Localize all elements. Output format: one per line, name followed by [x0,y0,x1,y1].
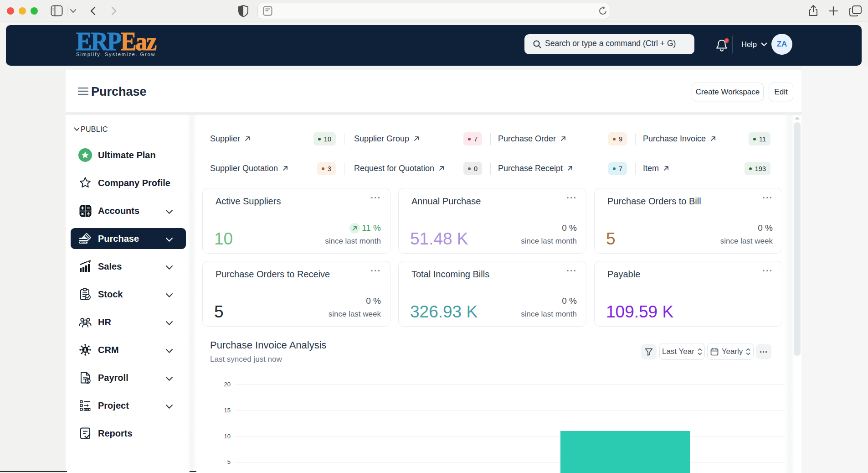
svg-text:$: $ [87,379,89,384]
